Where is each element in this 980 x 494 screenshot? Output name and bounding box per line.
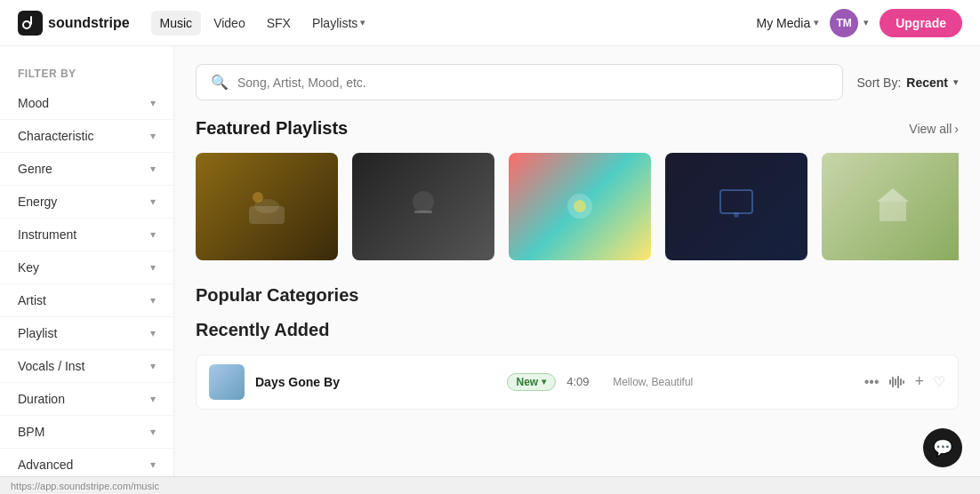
- view-all-button[interactable]: View all ›: [909, 122, 959, 136]
- playlist-card-bathtub-chill[interactable]: Bathtub Chill Relaxing, atmospheric soun…: [196, 153, 338, 260]
- playlist-card-real-estate[interactable]: Real Estate Corporate jingle music for R…: [822, 153, 959, 260]
- sort-by-dropdown[interactable]: Sort By: Recent ▾: [857, 76, 959, 90]
- sidebar-filter-duration[interactable]: Duration ▾: [0, 383, 173, 416]
- playlist-thumbnail: [196, 153, 338, 260]
- nav-video[interactable]: Video: [205, 11, 254, 36]
- url-bar: https://app.soundstripe.com/music: [0, 476, 980, 494]
- chevron-down-icon: ▾: [542, 377, 546, 386]
- main-content: 🔍 Sort By: Recent ▾ Featured Playlists V…: [174, 46, 980, 476]
- search-icon: 🔍: [211, 74, 229, 91]
- svg-point-9: [574, 200, 586, 212]
- thumbnail-art: [240, 179, 293, 233]
- sidebar-filter-advanced[interactable]: Advanced ▾: [0, 449, 173, 476]
- avatar: TM: [830, 9, 858, 37]
- playlist-card-tech-business[interactable]: Tech Business Corporate jingles and elec…: [665, 153, 807, 260]
- body: Filter By Mood ▾ Characteristic ▾ Genre …: [0, 46, 980, 476]
- featured-playlists-section: Featured Playlists View all ›: [196, 118, 959, 260]
- track-actions: ••• +: [864, 372, 945, 391]
- sidebar-filter-playlist[interactable]: Playlist ▾: [0, 317, 173, 350]
- sidebar-filter-mood[interactable]: Mood ▾: [0, 87, 173, 120]
- playlist-thumbnail: [822, 153, 959, 260]
- track-name: Days Gone By: [255, 375, 496, 389]
- thumbnail-art: [397, 179, 450, 233]
- svg-point-6: [413, 191, 434, 212]
- track-duration: 4:09: [566, 375, 602, 388]
- track-tags: Mellow, Beautiful: [613, 376, 854, 388]
- playlist-thumbnail: [665, 153, 807, 260]
- user-menu[interactable]: TM ▾: [830, 9, 869, 37]
- chat-icon: 💬: [933, 438, 952, 458]
- search-sort-row: 🔍 Sort By: Recent ▾: [196, 64, 959, 100]
- sidebar-filter-bpm[interactable]: BPM ▾: [0, 416, 173, 449]
- sidebar-filter-key[interactable]: Key ▾: [0, 251, 173, 284]
- thumbnail-art: [866, 179, 920, 233]
- track-add-button[interactable]: +: [915, 372, 925, 391]
- track-favorite-button[interactable]: ♡: [933, 373, 945, 390]
- track-thumbnail: [209, 364, 245, 400]
- chevron-down-icon: ▾: [150, 228, 156, 241]
- track-badge-new[interactable]: New ▾: [507, 373, 557, 391]
- nav-music[interactable]: Music: [151, 11, 202, 36]
- table-row: Days Gone By New ▾ 4:09 Mellow, Beautifu…: [196, 355, 959, 410]
- upgrade-button[interactable]: Upgrade: [880, 9, 962, 37]
- svg-rect-16: [889, 379, 891, 385]
- thumbnail-art: [553, 179, 606, 233]
- chevron-down-icon: ▾: [150, 393, 156, 405]
- waveform-icon: [888, 375, 906, 389]
- chevron-down-icon: ▾: [150, 426, 156, 438]
- sidebar-filter-characteristic[interactable]: Characteristic ▾: [0, 120, 173, 153]
- sidebar-filter-instrument[interactable]: Instrument ▾: [0, 219, 173, 251]
- playlist-card-positive-vibes[interactable]: Positive Vibes Compilation of lyric-driv…: [509, 153, 651, 260]
- sidebar-filter-artist[interactable]: Artist ▾: [0, 284, 173, 317]
- svg-rect-12: [880, 202, 906, 221]
- chevron-down-icon: ▾: [150, 458, 156, 471]
- app-container: soundstripe Music Video SFX Playlists ▾ …: [0, 0, 980, 494]
- featured-playlists-title: Featured Playlists: [196, 118, 348, 139]
- svg-rect-18: [895, 378, 896, 386]
- nav-sfx[interactable]: SFX: [258, 11, 300, 36]
- chat-bubble-button[interactable]: 💬: [923, 428, 962, 467]
- popular-categories-section: Popular Categories: [196, 285, 959, 306]
- chevron-down-icon: ▾: [150, 360, 156, 372]
- track-more-button[interactable]: •••: [864, 374, 880, 390]
- recently-added-section: Recently Added Days Gone By New ▾ 4:09 M…: [196, 320, 959, 410]
- sidebar: Filter By Mood ▾ Characteristic ▾ Genre …: [0, 46, 174, 476]
- chevron-down-icon: ▾: [360, 17, 365, 28]
- playlists-grid: Bathtub Chill Relaxing, atmospheric soun…: [196, 153, 959, 260]
- playlist-thumbnail: [509, 153, 651, 260]
- chevron-down-icon: ▾: [150, 261, 156, 274]
- chevron-down-icon: ▾: [150, 327, 156, 339]
- section-header: Featured Playlists View all ›: [196, 118, 959, 139]
- logo[interactable]: soundstripe: [18, 11, 130, 36]
- svg-rect-21: [903, 380, 904, 384]
- header: soundstripe Music Video SFX Playlists ▾ …: [0, 0, 980, 46]
- nav-playlists[interactable]: Playlists ▾: [303, 11, 374, 36]
- chevron-down-icon: ▾: [864, 17, 869, 28]
- svg-rect-10: [720, 190, 752, 213]
- popular-categories-title: Popular Categories: [196, 285, 959, 306]
- header-right: My Media ▾ TM ▾ Upgrade: [757, 9, 962, 37]
- chevron-down-icon: ▾: [150, 163, 156, 175]
- chevron-down-icon: ▾: [814, 17, 819, 28]
- logo-icon: [18, 11, 43, 36]
- recently-added-title: Recently Added: [196, 320, 959, 340]
- sidebar-filter-genre[interactable]: Genre ▾: [0, 153, 173, 186]
- svg-rect-7: [414, 211, 432, 213]
- track-waveform-button[interactable]: [888, 375, 906, 389]
- svg-rect-19: [897, 376, 899, 388]
- playlist-thumbnail: [352, 153, 494, 260]
- logo-text: soundstripe: [48, 15, 130, 31]
- chevron-down-icon: ▾: [953, 76, 959, 88]
- svg-rect-17: [892, 377, 894, 387]
- svg-point-11: [734, 212, 739, 218]
- track-info: Days Gone By: [255, 375, 496, 389]
- chevron-down-icon: ▾: [150, 97, 156, 109]
- chevron-down-icon: ▾: [150, 130, 156, 142]
- sidebar-filter-energy[interactable]: Energy ▾: [0, 186, 173, 219]
- sidebar-filter-vocals[interactable]: Vocals / Inst ▾: [0, 350, 173, 383]
- playlist-card-gym-time[interactable]: Gym Time Hard Rock and Hip Hop to drive …: [352, 153, 494, 260]
- search-input[interactable]: [237, 76, 828, 90]
- svg-rect-2: [30, 16, 32, 25]
- search-wrap: 🔍: [196, 64, 843, 100]
- my-media-dropdown[interactable]: My Media ▾: [757, 16, 820, 30]
